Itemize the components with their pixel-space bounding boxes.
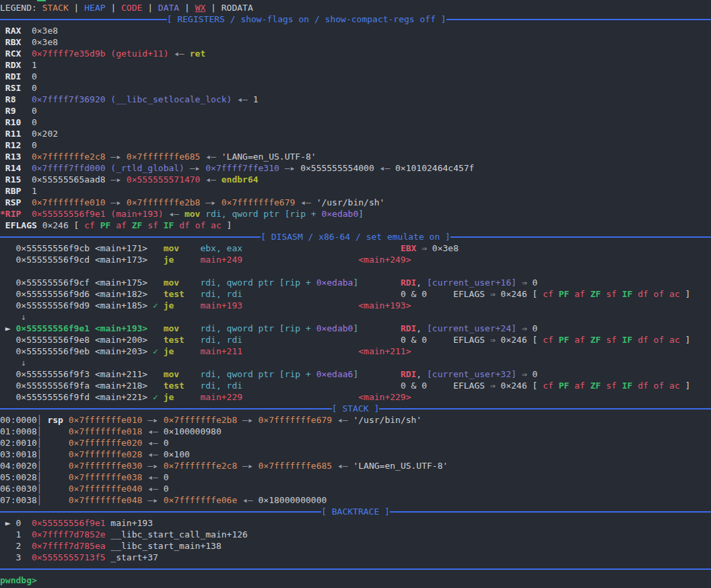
command-input-area[interactable]	[37, 575, 42, 585]
text-segment: |	[106, 3, 121, 13]
text-segment	[42, 426, 69, 436]
gdb-prompt-line[interactable]: pwndbg>	[0, 575, 711, 586]
terminal-line: 0×55555556f9cf <main+175> mov rdi, qword…	[0, 277, 711, 288]
text-segment: af	[574, 289, 590, 299]
text-segment: 0×7fffffffe06e	[164, 495, 238, 505]
text-segment: IF	[622, 289, 638, 299]
terminal-line: 04:0020│ 0×7fffffffe030 —▸ 0×7fffffffe2c…	[0, 460, 711, 471]
text-segment: ◂—	[168, 48, 189, 59]
stack-panel: [ STACK ] 00:0000│ rsp 0×7fffffffe010 —▸…	[0, 403, 711, 506]
text-segment: af	[574, 335, 590, 345]
text-segment: 0×7fffffffe020	[69, 438, 143, 448]
text-segment: EBX	[401, 243, 416, 253]
text-segment: 0×246 [	[42, 220, 85, 230]
terminal-line: R9 0	[0, 105, 711, 117]
text-segment: ]	[680, 381, 691, 391]
text-segment: 0×100	[164, 449, 190, 459]
text-segment: 0×246 [	[501, 335, 543, 345]
text-segment: 0×7fffffffe040	[69, 484, 143, 494]
terminal-line: 05:0028│ 0×7fffffffe038 ◂— 0	[0, 471, 711, 483]
section-header-disasm: [ DISASM / x86-64 / set emulate on ]	[0, 231, 711, 242]
text-segment: 0×3e8	[32, 37, 58, 47]
text-segment: —▸	[200, 197, 221, 207]
text-segment: af	[116, 220, 131, 230]
terminal-line: 07:0038│ 0×7fffffffe048 —▸ 0×7fffffffe06…	[0, 494, 711, 506]
text-segment: [current_user+16]	[427, 277, 516, 288]
text-segment: 0×7ffff7e35d9b (getuid+11)	[32, 48, 169, 59]
text-segment: IF	[164, 220, 179, 230]
text-segment: WX	[195, 3, 206, 13]
text-segment	[147, 323, 163, 333]
text-segment: 0×55555556f9fa <main+218>	[0, 381, 164, 391]
text-segment: rsp	[47, 415, 63, 425]
text-segment: ⇒	[516, 369, 532, 379]
text-segment: test	[164, 289, 201, 299]
text-segment: 0×edaa6	[316, 369, 353, 379]
text-segment: je	[164, 346, 201, 356]
text-segment: ZF	[590, 381, 606, 391]
text-segment: __libc_start_main+138	[106, 541, 222, 551]
text-segment: 0×7fffffffe038	[69, 472, 143, 482]
terminal-line: ► 0 0×55555556f9e1 main+193	[0, 517, 711, 529]
terminal-line: 03:0018│ 0×7fffffffe028 ◂— 0×100	[0, 449, 711, 460]
terminal-line: RCX 0×7ffff7e35d9b (getuid+11) ◂— ret	[0, 48, 711, 59]
text-segment: mov	[184, 209, 200, 219]
text-segment: _start+37	[106, 552, 158, 562]
text-segment: ⇒	[490, 289, 501, 299]
text-segment: [current_user+32]	[427, 369, 516, 379]
text-segment: |	[205, 3, 221, 13]
gdb-prompt[interactable]: pwndbg>	[0, 575, 37, 585]
text-segment: 0	[533, 369, 538, 379]
text-segment: 0	[164, 484, 169, 494]
text-segment: R12	[0, 140, 32, 150]
text-segment: 0×55555556f9e1	[32, 518, 106, 528]
text-segment: 05:0028	[0, 472, 37, 482]
text-segment: je	[164, 392, 201, 402]
text-segment: ]	[680, 335, 691, 345]
text-segment: ,	[416, 323, 427, 333]
legend: LEGEND: STACK | HEAP | CODE | DATA | WX …	[0, 2, 711, 13]
text-segment: STACK	[42, 3, 69, 13]
text-segment	[42, 484, 69, 494]
text-segment	[242, 300, 358, 311]
text-segment: 0×55555556f9e8 <main+200>	[0, 335, 164, 345]
text-segment: ↓	[0, 312, 26, 322]
text-segment: 2	[0, 541, 32, 551]
backtrace-section-title: [ BACKTRACE ]	[321, 506, 390, 517]
text-segment	[42, 438, 69, 448]
terminal-line: 1 0×7ffff7d7852e __libc_start_call_main+…	[0, 529, 711, 540]
text-segment: RDI	[401, 369, 416, 379]
pwndbg-terminal[interactable]: LEGEND: STACK | HEAP | CODE | DATA | WX …	[0, 0, 711, 586]
text-segment: 1	[253, 94, 259, 104]
text-segment: 0×55555556f9e1 (main+193)	[32, 209, 164, 219]
text-segment: —▸	[106, 174, 127, 185]
text-segment: 'LANG=en_US.UTF-8'	[222, 152, 316, 162]
bottom-separator	[0, 563, 711, 575]
text-segment: 0×55555556f9fd <main+221>	[0, 392, 153, 402]
text-segment: __libc_start_call_main+126	[106, 529, 248, 540]
text-segment: <main+211>	[358, 346, 411, 356]
text-segment: cf	[543, 289, 558, 299]
text-segment: RAX	[0, 26, 32, 36]
text-segment: RCX	[0, 48, 32, 59]
text-segment: HEAP	[84, 3, 105, 13]
text-segment	[358, 323, 401, 333]
text-segment: 0×7fffffffe685	[259, 461, 333, 471]
text-segment: ◂—	[142, 426, 163, 436]
text-segment: ebx, eax	[200, 243, 242, 253]
text-segment	[42, 449, 69, 459]
text-segment: PF	[559, 381, 574, 391]
text-segment: RSP	[0, 197, 32, 207]
text-segment: 0×7fffffffe685	[127, 152, 201, 162]
terminal-line: 00:0000│ rsp 0×7fffffffe010 —▸ 0×7ffffff…	[0, 414, 711, 426]
text-segment	[358, 277, 401, 288]
text-segment	[242, 392, 358, 402]
text-segment: R14	[0, 163, 32, 173]
text-segment: 0×7fffffffe018	[69, 426, 143, 436]
text-segment: ]	[680, 289, 691, 299]
text-segment: 0×55555556f9cd <main+173>	[0, 255, 164, 265]
text-segment: rdi, qword ptr [rip +	[200, 369, 316, 379]
text-segment: —▸	[142, 415, 163, 425]
terminal-line: R15 0×55555565aad8 —▸ 0×555555571470 ◂— …	[0, 174, 711, 185]
text-segment: ↓	[0, 358, 26, 368]
